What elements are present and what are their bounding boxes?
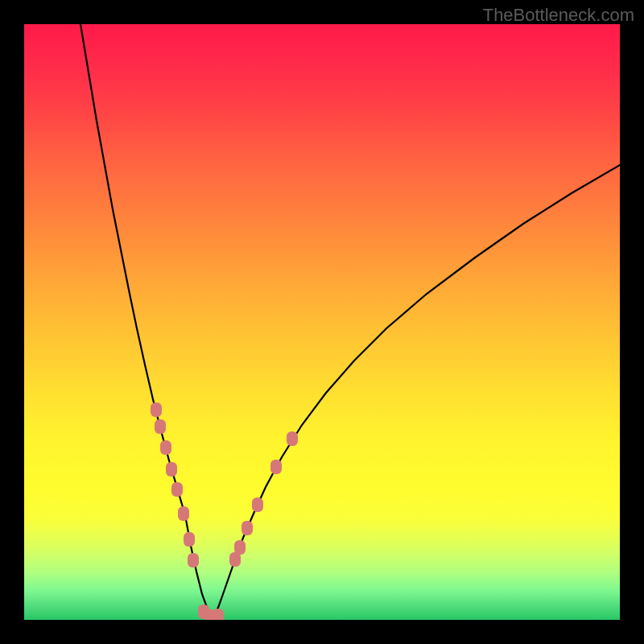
- data-marker: [184, 532, 195, 547]
- data-marker: [242, 521, 253, 535]
- data-marker: [171, 482, 183, 497]
- data-marker: [178, 506, 189, 521]
- data-markers: [151, 402, 298, 620]
- data-marker: [234, 540, 246, 555]
- data-marker: [166, 462, 177, 477]
- data-marker: [151, 402, 162, 417]
- curve-left-branch: [80, 24, 213, 617]
- data-marker: [252, 497, 263, 512]
- chart-svg: [24, 24, 620, 620]
- data-marker: [213, 609, 224, 620]
- data-marker: [155, 419, 166, 434]
- watermark-text: TheBottleneck.com: [483, 5, 634, 26]
- data-marker: [188, 553, 199, 568]
- data-marker: [287, 431, 298, 446]
- plot-area: [24, 24, 620, 620]
- curve-right-branch: [213, 165, 620, 617]
- data-marker: [160, 440, 171, 455]
- data-marker: [270, 460, 282, 474]
